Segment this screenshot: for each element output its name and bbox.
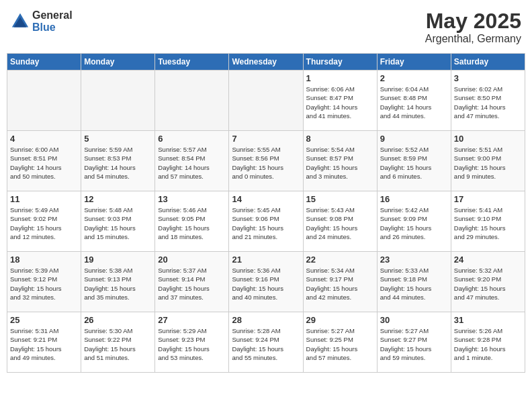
day-number: 16 [380,194,448,204]
day-info: Sunrise: 5:34 AM Sunset: 9:17 PM Dayligh… [306,266,374,302]
calendar-cell: 27Sunrise: 5:29 AM Sunset: 9:23 PM Dayli… [155,312,229,373]
day-number: 1 [306,73,374,83]
calendar-cell: 16Sunrise: 5:42 AM Sunset: 9:09 PM Dayli… [377,191,451,252]
day-number: 4 [10,134,78,144]
calendar-week-row: 25Sunrise: 5:31 AM Sunset: 9:21 PM Dayli… [7,312,525,373]
day-number: 25 [10,315,78,325]
day-info: Sunrise: 5:27 AM Sunset: 9:25 PM Dayligh… [306,326,374,362]
day-number: 30 [380,315,448,325]
location-title: Argenthal, Germany [425,33,521,45]
calendar-cell: 5Sunrise: 5:59 AM Sunset: 8:53 PM Daylig… [81,131,155,191]
day-info: Sunrise: 5:45 AM Sunset: 9:06 PM Dayligh… [232,205,300,241]
day-info: Sunrise: 5:57 AM Sunset: 8:54 PM Dayligh… [158,145,226,181]
calendar-week-row: 11Sunrise: 5:49 AM Sunset: 9:02 PM Dayli… [7,191,525,252]
calendar-cell: 20Sunrise: 5:37 AM Sunset: 9:14 PM Dayli… [155,252,229,312]
day-info: Sunrise: 6:00 AM Sunset: 8:51 PM Dayligh… [10,145,78,181]
day-info: Sunrise: 5:43 AM Sunset: 9:08 PM Dayligh… [306,205,374,241]
day-number: 22 [306,255,374,265]
day-number: 17 [454,194,522,204]
calendar-cell: 25Sunrise: 5:31 AM Sunset: 9:21 PM Dayli… [7,312,81,373]
day-info: Sunrise: 5:27 AM Sunset: 9:27 PM Dayligh… [380,326,448,362]
day-info: Sunrise: 5:49 AM Sunset: 9:02 PM Dayligh… [10,205,78,241]
day-number: 20 [158,255,226,265]
calendar-cell: 30Sunrise: 5:27 AM Sunset: 9:27 PM Dayli… [377,312,451,373]
logo-blue-text: Blue [32,21,73,34]
calendar-cell: 15Sunrise: 5:43 AM Sunset: 9:08 PM Dayli… [303,191,377,252]
calendar-cell: 18Sunrise: 5:39 AM Sunset: 9:12 PM Dayli… [7,252,81,312]
day-info: Sunrise: 5:36 AM Sunset: 9:16 PM Dayligh… [232,266,300,302]
calendar-cell: 29Sunrise: 5:27 AM Sunset: 9:25 PM Dayli… [303,312,377,373]
calendar-cell: 8Sunrise: 5:54 AM Sunset: 8:57 PM Daylig… [303,131,377,191]
calendar-cell: 2Sunrise: 6:04 AM Sunset: 8:48 PM Daylig… [377,71,451,131]
day-number: 24 [454,255,522,265]
day-number: 11 [10,194,78,204]
day-info: Sunrise: 5:33 AM Sunset: 9:18 PM Dayligh… [380,266,448,302]
day-number: 27 [158,315,226,325]
logo-general-text: General [32,9,73,21]
calendar-cell: 19Sunrise: 5:38 AM Sunset: 9:13 PM Dayli… [81,252,155,312]
weekday-header-tuesday: Tuesday [155,54,229,71]
day-info: Sunrise: 5:46 AM Sunset: 9:05 PM Dayligh… [158,205,226,241]
calendar-cell: 31Sunrise: 5:26 AM Sunset: 9:28 PM Dayli… [451,312,525,373]
logo: General Blue [11,9,73,33]
calendar-cell: 14Sunrise: 5:45 AM Sunset: 9:06 PM Dayli… [229,191,303,252]
calendar-cell: 4Sunrise: 6:00 AM Sunset: 8:51 PM Daylig… [7,131,81,191]
weekday-header-friday: Friday [377,54,451,71]
calendar-cell: 26Sunrise: 5:30 AM Sunset: 9:22 PM Dayli… [81,312,155,373]
day-number: 31 [454,315,522,325]
calendar-cell: 24Sunrise: 5:32 AM Sunset: 9:20 PM Dayli… [451,252,525,312]
calendar-week-row: 1Sunrise: 6:06 AM Sunset: 8:47 PM Daylig… [7,71,525,131]
weekday-header-sunday: Sunday [7,54,81,71]
day-info: Sunrise: 5:59 AM Sunset: 8:53 PM Dayligh… [84,145,152,181]
day-number: 5 [84,134,152,144]
weekday-header-row: SundayMondayTuesdayWednesdayThursdayFrid… [7,54,525,71]
calendar-cell: 11Sunrise: 5:49 AM Sunset: 9:02 PM Dayli… [7,191,81,252]
day-info: Sunrise: 5:55 AM Sunset: 8:56 PM Dayligh… [232,145,300,181]
day-info: Sunrise: 5:41 AM Sunset: 9:10 PM Dayligh… [454,205,522,241]
day-info: Sunrise: 5:54 AM Sunset: 8:57 PM Dayligh… [306,145,374,181]
day-number: 12 [84,194,152,204]
day-number: 13 [158,194,226,204]
day-number: 21 [232,255,300,265]
calendar-cell [81,71,155,131]
calendar-cell: 10Sunrise: 5:51 AM Sunset: 9:00 PM Dayli… [451,131,525,191]
calendar-cell: 21Sunrise: 5:36 AM Sunset: 9:16 PM Dayli… [229,252,303,312]
day-number: 28 [232,315,300,325]
calendar-cell: 23Sunrise: 5:33 AM Sunset: 9:18 PM Dayli… [377,252,451,312]
day-info: Sunrise: 5:28 AM Sunset: 9:24 PM Dayligh… [232,326,300,362]
day-number: 2 [380,73,448,83]
calendar-cell: 22Sunrise: 5:34 AM Sunset: 9:17 PM Dayli… [303,252,377,312]
day-number: 14 [232,194,300,204]
day-number: 26 [84,315,152,325]
day-info: Sunrise: 5:26 AM Sunset: 9:28 PM Dayligh… [454,326,522,362]
month-title: May 2025 [425,9,521,33]
day-info: Sunrise: 5:29 AM Sunset: 9:23 PM Dayligh… [158,326,226,362]
calendar-table: SundayMondayTuesdayWednesdayThursdayFrid… [7,53,525,373]
calendar-cell [229,71,303,131]
day-info: Sunrise: 5:32 AM Sunset: 9:20 PM Dayligh… [454,266,522,302]
calendar-cell: 9Sunrise: 5:52 AM Sunset: 8:59 PM Daylig… [377,131,451,191]
day-info: Sunrise: 5:51 AM Sunset: 9:00 PM Dayligh… [454,145,522,181]
day-number: 3 [454,73,522,83]
title-block: May 2025 Argenthal, Germany [425,9,521,45]
calendar-week-row: 4Sunrise: 6:00 AM Sunset: 8:51 PM Daylig… [7,131,525,191]
logo-text: General Blue [32,9,73,33]
day-info: Sunrise: 5:39 AM Sunset: 9:12 PM Dayligh… [10,266,78,302]
day-info: Sunrise: 5:48 AM Sunset: 9:03 PM Dayligh… [84,205,152,241]
calendar-cell [7,71,81,131]
day-info: Sunrise: 5:38 AM Sunset: 9:13 PM Dayligh… [84,266,152,302]
day-number: 6 [158,134,226,144]
weekday-header-saturday: Saturday [451,54,525,71]
day-info: Sunrise: 5:42 AM Sunset: 9:09 PM Dayligh… [380,205,448,241]
calendar-cell: 7Sunrise: 5:55 AM Sunset: 8:56 PM Daylig… [229,131,303,191]
calendar-cell: 17Sunrise: 5:41 AM Sunset: 9:10 PM Dayli… [451,191,525,252]
calendar-cell: 1Sunrise: 6:06 AM Sunset: 8:47 PM Daylig… [303,71,377,131]
weekday-header-monday: Monday [81,54,155,71]
day-number: 10 [454,134,522,144]
calendar-cell: 28Sunrise: 5:28 AM Sunset: 9:24 PM Dayli… [229,312,303,373]
logo-icon [11,12,30,31]
weekday-header-wednesday: Wednesday [229,54,303,71]
day-number: 23 [380,255,448,265]
calendar-cell: 12Sunrise: 5:48 AM Sunset: 9:03 PM Dayli… [81,191,155,252]
day-info: Sunrise: 6:02 AM Sunset: 8:50 PM Dayligh… [454,85,522,120]
